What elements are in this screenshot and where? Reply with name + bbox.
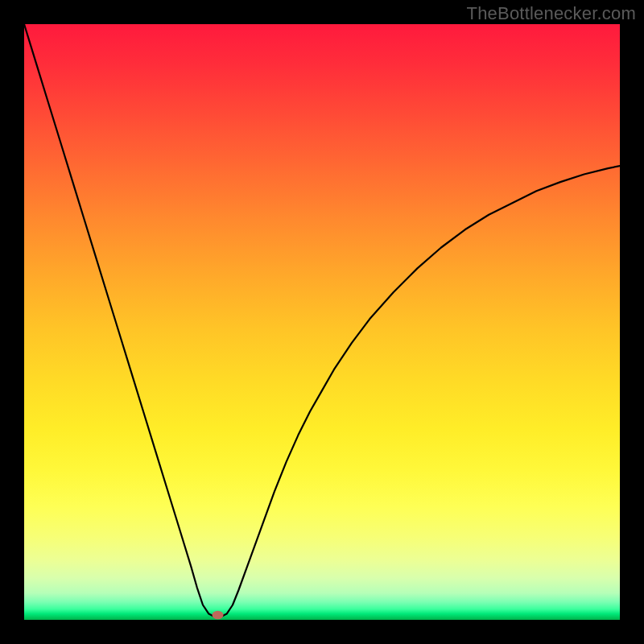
chart-frame: TheBottlenecker.com <box>0 0 644 644</box>
watermark-text: TheBottlenecker.com <box>467 3 636 24</box>
bottleneck-curve <box>24 24 620 617</box>
chart-svg <box>24 24 620 620</box>
min-point-marker <box>213 611 224 619</box>
plot-area <box>24 24 620 620</box>
